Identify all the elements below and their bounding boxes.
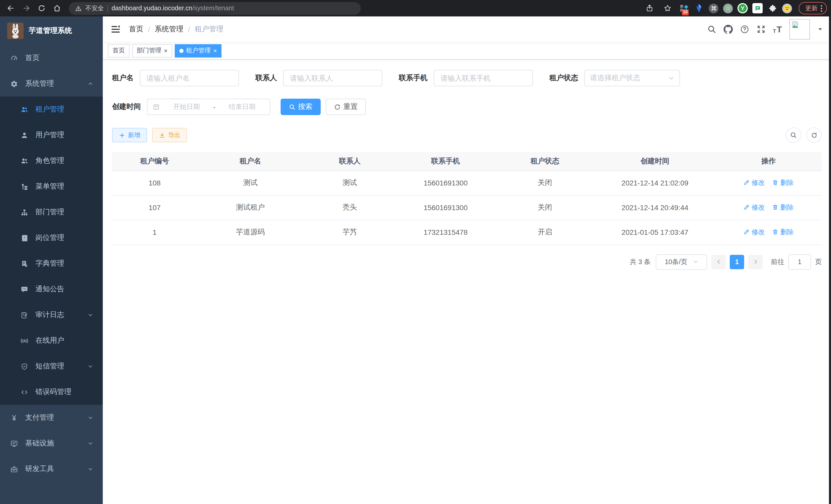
browser-back-button[interactable] — [4, 2, 18, 15]
refresh-table-button[interactable] — [806, 127, 822, 143]
delete-button[interactable]: 删除 — [772, 228, 794, 237]
extension-y-icon[interactable]: Y — [738, 3, 748, 13]
header-search-icon[interactable] — [707, 25, 716, 34]
extension-chat-icon[interactable] — [752, 3, 763, 13]
browser-forward-button[interactable] — [20, 2, 33, 15]
breadcrumb-system[interactable]: 系统管理 — [155, 25, 183, 34]
sidebar-item-audit-log[interactable]: 审计日志 — [0, 302, 103, 328]
close-icon[interactable]: × — [213, 48, 217, 54]
cell-name: 芋道源码 — [197, 220, 304, 244]
page-number-1[interactable]: 1 — [730, 255, 744, 269]
sidebar-item-post-management[interactable]: 岗位管理 — [0, 225, 103, 251]
gear-icon — [10, 80, 18, 88]
security-label: 不安全 — [85, 4, 104, 12]
avatar-caret-icon[interactable] — [817, 26, 823, 32]
plus-icon — [119, 132, 125, 139]
tab-label: 租户管理 — [186, 46, 211, 55]
browser-home-button[interactable] — [50, 2, 64, 15]
contact-input[interactable] — [283, 70, 382, 86]
sidebar-item-online-users[interactable]: 在线用户 — [0, 328, 103, 353]
page-content: 租户名 联系人 联系手机 租户状态 请选择租户状态 — [103, 60, 831, 504]
next-page-button[interactable] — [748, 255, 763, 269]
not-secure-warning-icon[interactable] — [75, 5, 82, 11]
create-time-range-picker[interactable]: 开始日期 - 结束日期 — [147, 99, 270, 115]
close-icon[interactable]: × — [164, 48, 168, 54]
browser-menu-icon[interactable] — [821, 5, 822, 11]
sidebar-toggle-icon[interactable] — [111, 24, 121, 34]
tab-首页[interactable]: 首页 — [108, 44, 130, 57]
mobile-label: 联系手机 — [399, 73, 428, 83]
sidebar-item-dev-tools[interactable]: 研发工具 — [0, 456, 103, 482]
extension-emoji-icon[interactable] — [782, 3, 792, 13]
github-icon[interactable] — [724, 25, 733, 34]
browser-update-button[interactable]: 更新 — [799, 2, 827, 14]
reset-button[interactable]: 重置 — [326, 99, 366, 115]
sidebar-item-dict-management[interactable]: 字典管理 — [0, 251, 103, 276]
address-bar[interactable]: 不安全 dashboard.yudao.iocoder.cn/system/te… — [69, 2, 361, 14]
column-header: 联系手机 — [396, 152, 495, 171]
start-date-placeholder: 开始日期 — [164, 102, 209, 112]
search-button[interactable]: 搜索 — [281, 99, 321, 115]
sidebar-item-system-management[interactable]: 系统管理 — [0, 71, 103, 97]
prev-page-button[interactable] — [711, 255, 726, 269]
mobile-input[interactable] — [434, 70, 533, 86]
sidebar-item-label: 通知公告 — [35, 285, 64, 294]
user-icon — [21, 131, 28, 139]
share-icon[interactable] — [643, 2, 656, 15]
tenant-table: 租户编号租户名联系人联系手机租户状态创建时间操作 108测试测试15601691… — [112, 152, 822, 245]
sidebar-item-infrastructure[interactable]: 基础设施 — [0, 431, 103, 456]
cell-name: 测试租户 — [197, 195, 304, 220]
cell-actions: 修改删除 — [715, 195, 822, 220]
delete-button[interactable]: 删除 — [772, 203, 794, 212]
fullscreen-icon[interactable] — [756, 25, 766, 34]
extensions-puzzle-icon[interactable] — [767, 3, 778, 13]
tab-部门管理[interactable]: 部门管理× — [132, 44, 172, 57]
app-logo-row[interactable]: 芋道管理系统 — [0, 17, 103, 45]
status-label: 租户状态 — [549, 73, 578, 83]
cell-mobile: 17321315478 — [396, 220, 495, 244]
help-icon[interactable] — [740, 25, 749, 34]
status-select[interactable]: 请选择租户状态 — [584, 70, 680, 86]
sidebar-item-tenant-management[interactable]: 租户管理 — [0, 97, 103, 122]
extension-command-icon[interactable] — [709, 3, 718, 13]
font-size-icon[interactable]: TT — [773, 25, 782, 34]
total-count: 共 3 条 — [630, 257, 651, 266]
toggle-search-button[interactable] — [786, 127, 801, 143]
cell-id: 1 — [112, 220, 197, 244]
extension-tasks-icon[interactable]: 10 — [679, 3, 689, 13]
sidebar-item-sms-management[interactable]: 短信管理 — [0, 353, 103, 379]
url-text[interactable]: dashboard.yudao.iocoder.cn/system/tenant — [112, 5, 234, 12]
export-button[interactable]: 导出 — [152, 128, 187, 142]
sidebar-item-user-management[interactable]: 用户管理 — [0, 122, 103, 148]
log-icon — [21, 311, 28, 319]
sidebar-item-dept-management[interactable]: 部门管理 — [0, 199, 103, 225]
sidebar-item-label: 字典管理 — [35, 259, 64, 268]
goto-page-input[interactable] — [789, 254, 811, 269]
sidebar-item-label: 在线用户 — [35, 336, 64, 345]
breadcrumb-home[interactable]: 首页 — [129, 25, 143, 34]
add-button[interactable]: 新增 — [112, 128, 147, 142]
page-size-select[interactable]: 10条/页 — [656, 254, 707, 269]
edit-button[interactable]: 修改 — [743, 178, 765, 187]
browser-reload-button[interactable] — [35, 2, 48, 15]
extension-badge: 10 — [682, 9, 689, 16]
extension-kite-icon[interactable] — [694, 3, 704, 13]
sidebar-item-notice[interactable]: 通知公告 — [0, 276, 103, 302]
edit-button[interactable]: 修改 — [743, 203, 765, 212]
sidebar-item-error-code-management[interactable]: 错误码管理 — [0, 379, 103, 405]
sidebar-item-role-management[interactable]: 角色管理 — [0, 148, 103, 174]
column-header: 租户编号 — [112, 152, 197, 171]
monitor-icon — [10, 440, 18, 447]
tab-租户管理[interactable]: 租户管理× — [175, 44, 222, 57]
extension-record-icon[interactable] — [723, 3, 733, 13]
shield-icon — [21, 362, 28, 370]
sidebar-item-pay-management[interactable]: 支付管理 — [0, 405, 103, 431]
delete-button[interactable]: 删除 — [772, 178, 794, 187]
avatar[interactable] — [790, 19, 810, 39]
sidebar-item-menu-management[interactable]: 菜单管理 — [0, 174, 103, 199]
tenant-name-input[interactable] — [140, 70, 239, 86]
bookmark-star-icon[interactable] — [661, 2, 674, 15]
sidebar-item-home[interactable]: 首页 — [0, 45, 103, 71]
sidebar-item-label: 租户管理 — [35, 105, 64, 114]
edit-button[interactable]: 修改 — [743, 228, 765, 237]
